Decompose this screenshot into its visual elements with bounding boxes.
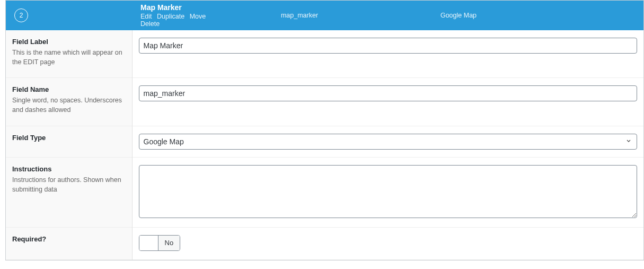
field-header[interactable]: 2 Map Marker Edit Duplicate Move Delete … — [6, 1, 643, 30]
header-row-actions: Edit Duplicate Move Delete — [140, 13, 220, 28]
field-name-title: Field Name — [12, 85, 126, 93]
duplicate-link[interactable]: Duplicate — [157, 13, 184, 20]
instructions-textarea[interactable] — [139, 165, 638, 218]
field-name-desc: Single word, no spaces. Underscores and … — [12, 96, 126, 115]
field-order-number: 2 — [20, 12, 23, 19]
toggle-switch-track — [139, 236, 158, 250]
field-type-select[interactable]: Google Map — [139, 134, 638, 150]
edit-link[interactable]: Edit — [140, 13, 152, 20]
required-title: Required? — [12, 235, 126, 243]
delete-link[interactable]: Delete — [140, 20, 160, 28]
field-label-title: Field Label — [12, 38, 126, 46]
header-field-label: Map Marker — [140, 3, 220, 12]
field-label-input[interactable] — [139, 38, 638, 54]
field-type-title: Field Type — [12, 134, 126, 142]
instructions-desc: Instructions for authors. Shown when sub… — [12, 175, 126, 194]
required-toggle-label: No — [158, 236, 180, 250]
header-field-type: Google Map — [379, 12, 538, 19]
header-field-name: map_marker — [220, 12, 379, 19]
instructions-title: Instructions — [12, 165, 126, 173]
required-toggle[interactable]: No — [139, 235, 181, 251]
field-order-badge: 2 — [14, 8, 28, 22]
field-name-input[interactable] — [139, 85, 638, 101]
move-link[interactable]: Move — [190, 13, 206, 20]
field-label-desc: This is the name which will appear on th… — [12, 48, 126, 67]
